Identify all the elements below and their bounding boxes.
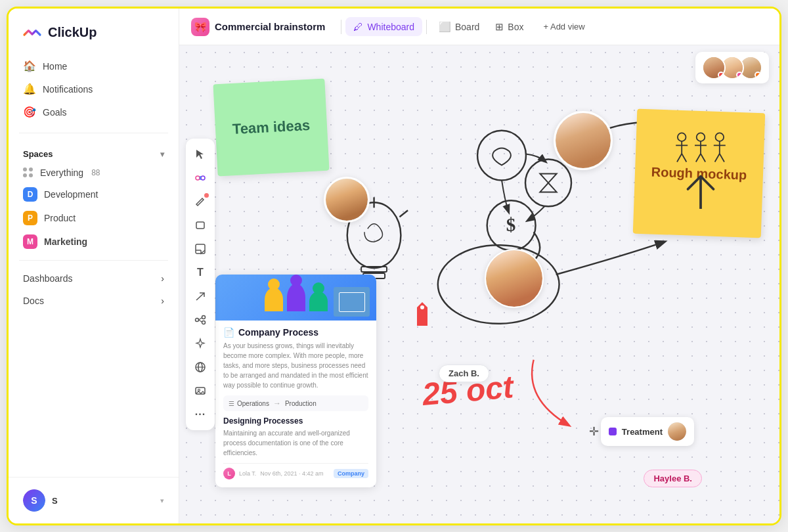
- space-marketing[interactable]: M Marketing: [9, 230, 179, 254]
- people-arrow-svg: [671, 171, 730, 211]
- everything-icon: [23, 167, 33, 178]
- avatar: S: [23, 489, 45, 512]
- svg-point-41: [487, 200, 536, 250]
- whiteboard-tab-icon: 🖊: [353, 21, 363, 32]
- flow-arrow: →: [273, 399, 281, 408]
- doc-tag: Company: [334, 469, 368, 478]
- people-icons: [671, 131, 730, 211]
- board-tab-icon: ⬜: [439, 21, 451, 33]
- svg-point-22: [697, 133, 705, 141]
- avatar-2-dot: [736, 72, 743, 78]
- svg-point-44: [420, 305, 424, 309]
- main-content: 🎀 Commercial brainstorm 🖊 Whiteboard ⬜ B…: [179, 9, 779, 523]
- user-chevron: ▾: [160, 497, 164, 505]
- tab-board-label: Board: [455, 22, 479, 32]
- magic-tool-btn[interactable]: [190, 167, 211, 188]
- connector-tool-btn[interactable]: [190, 309, 211, 330]
- space-development[interactable]: D Development: [9, 183, 179, 206]
- doc-flow: ☰ Operations → Production: [223, 395, 368, 411]
- arrow-tool-btn[interactable]: [190, 286, 211, 307]
- box-tab-icon: ⊞: [495, 21, 504, 33]
- sidebar: ClickUp 🏠 Home 🔔 Notifications 🎯 Goals S…: [9, 9, 179, 523]
- development-badge: D: [23, 187, 37, 202]
- svg-point-0: [196, 176, 200, 180]
- nav-home[interactable]: 🏠 Home: [15, 55, 172, 78]
- text-tool-btn[interactable]: T: [190, 262, 211, 283]
- spaces-label: Spaces: [23, 149, 53, 159]
- avatar-1-dot: [718, 72, 724, 78]
- svg-line-25: [696, 154, 701, 162]
- more-tool-btn[interactable]: ···: [190, 404, 211, 425]
- whiteboard-canvas[interactable]: T: [179, 45, 779, 523]
- select-tool-btn[interactable]: [190, 144, 211, 165]
- person-photo-woman2: [485, 249, 544, 308]
- docs-section[interactable]: Docs ›: [9, 290, 179, 312]
- sparkle-tool-btn[interactable]: [190, 333, 211, 354]
- topbar-separator-2: [426, 20, 427, 34]
- clickup-logo-icon: [22, 22, 43, 43]
- space-everything[interactable]: Everything 88: [9, 163, 179, 183]
- divider-1: [19, 133, 168, 133]
- tab-box-label: Box: [508, 22, 523, 32]
- figure-3: [309, 292, 328, 311]
- figure-1: [265, 288, 283, 311]
- svg-line-20: [677, 154, 682, 162]
- project-breadcrumb: 🎀 Commercial brainstorm: [191, 18, 337, 36]
- doc-section-title: Designing Processes: [223, 416, 368, 426]
- nav-goals[interactable]: 🎯 Goals: [15, 100, 172, 123]
- doc-card-footer: L Lola T. Nov 6th, 2021 · 4:42 am Compan…: [223, 463, 368, 479]
- main-nav: 🏠 Home 🔔 Notifications 🎯 Goals: [9, 52, 179, 126]
- dashboards-chevron: ›: [161, 273, 164, 284]
- docs-chevron: ›: [161, 296, 164, 306]
- globe-tool-btn[interactable]: [190, 357, 211, 378]
- figure-2: [287, 284, 305, 311]
- flow-from: ☰ Operations: [229, 400, 269, 407]
- flow-list-icon: ☰: [229, 400, 234, 407]
- pen-tool-btn[interactable]: [190, 191, 211, 212]
- space-everything-label: Everything: [40, 167, 83, 178]
- sticky-tool-btn[interactable]: [190, 238, 211, 259]
- doc-date: Nov 6th, 2021 · 4:42 am: [260, 470, 323, 477]
- sticky-note-team-ideas[interactable]: Team ideas: [213, 79, 329, 177]
- tab-board[interactable]: ⬜ Board: [431, 17, 487, 37]
- project-icon: 🎀: [191, 18, 209, 36]
- everything-count: 88: [91, 168, 100, 177]
- svg-line-11: [199, 320, 202, 322]
- treatment-label-text: Treatment: [622, 427, 663, 437]
- svg-line-10: [199, 318, 202, 320]
- rect-tool-btn[interactable]: [190, 215, 211, 236]
- nav-notifications[interactable]: 🔔 Notifications: [15, 78, 172, 100]
- docs-label: Docs: [23, 296, 44, 306]
- tab-box[interactable]: ⊞ Box: [487, 17, 531, 37]
- company-process-card[interactable]: 📄 Company Process As your business grows…: [215, 275, 376, 487]
- doc-illustration: [258, 284, 334, 311]
- move-cursor-icon[interactable]: ✛: [589, 424, 599, 439]
- doc-card-header: [215, 275, 376, 321]
- media-tool-btn[interactable]: [190, 380, 211, 401]
- red-tag: [416, 301, 429, 330]
- space-product[interactable]: P Product: [9, 206, 179, 230]
- home-icon: 🏠: [23, 60, 36, 72]
- svg-point-16: [198, 389, 200, 391]
- dashboards-section[interactable]: Dashboards ›: [9, 267, 179, 290]
- bell-icon: 🔔: [23, 83, 36, 95]
- svg-line-21: [682, 154, 686, 162]
- doc-author-avatar: L: [223, 468, 235, 479]
- tab-whiteboard[interactable]: 🖊 Whiteboard: [345, 17, 422, 36]
- svg-line-30: [715, 154, 720, 162]
- canvas-toolbar: T: [186, 139, 215, 430]
- doc-section-desc: Maintaining an accurate and well-organiz…: [223, 428, 368, 458]
- spaces-section-header[interactable]: Spaces ▾: [9, 140, 179, 163]
- avatars-group: [695, 52, 769, 83]
- product-badge: P: [23, 211, 37, 225]
- sticky-green-text: Team ideas: [232, 117, 310, 138]
- treatment-card[interactable]: ✛ Treatment: [601, 417, 694, 446]
- logo-area[interactable]: ClickUp: [9, 9, 179, 52]
- svg-line-31: [720, 154, 724, 162]
- svg-point-7: [196, 319, 199, 322]
- add-view-button[interactable]: + Add view: [536, 18, 591, 35]
- project-name: Commercial brainstorm: [215, 21, 325, 32]
- svg-point-39: [477, 131, 526, 181]
- goals-icon: 🎯: [23, 106, 36, 118]
- user-row[interactable]: S S ▾: [19, 485, 168, 516]
